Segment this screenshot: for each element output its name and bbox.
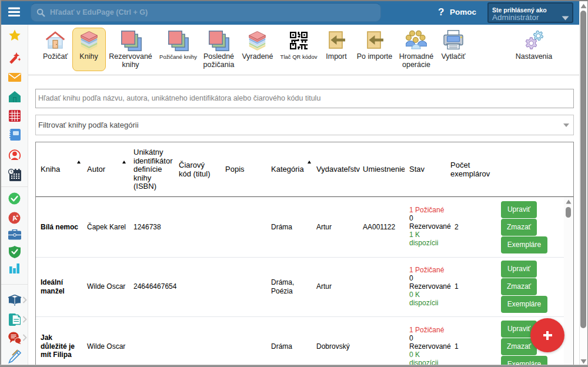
svg-text:+: + <box>16 213 19 219</box>
